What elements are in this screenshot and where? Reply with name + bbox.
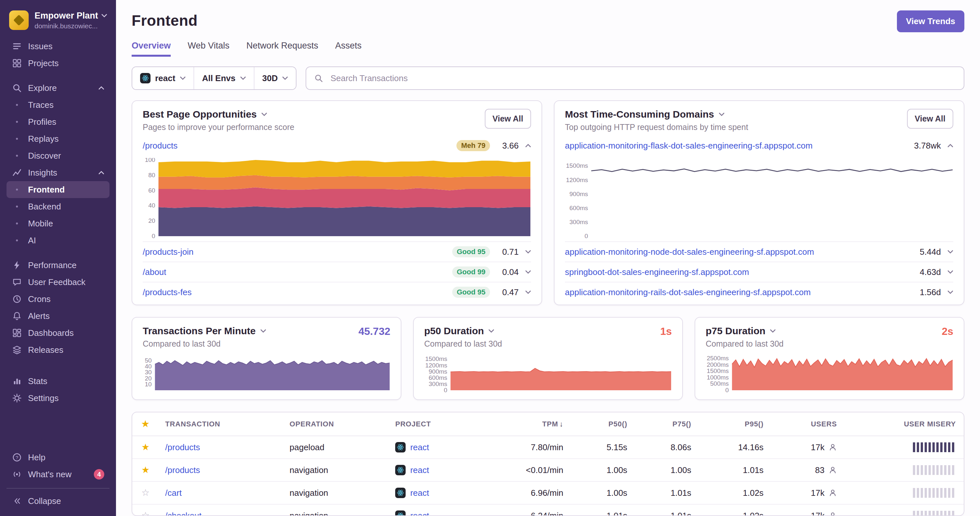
domain-row-expanded[interactable]: application-monitoring-flask-dot-sales-e… xyxy=(565,135,953,157)
transaction-link[interactable]: /cart xyxy=(165,488,182,498)
domain-row[interactable]: springboot-dot-sales-engineering-sf.apps… xyxy=(565,262,953,282)
date-range-filter[interactable]: 30D xyxy=(255,67,296,89)
chevron-down-icon[interactable] xyxy=(719,113,725,116)
sidebar-item-issues[interactable]: Issues xyxy=(6,38,110,55)
help-icon: ? xyxy=(12,452,22,463)
view-trends-button[interactable]: View Trends xyxy=(897,10,964,32)
sidebar-item-whats-new[interactable]: What's new 4 xyxy=(6,466,110,483)
project-link[interactable]: react xyxy=(410,511,429,516)
sidebar-item-user-feedback[interactable]: User Feedback xyxy=(6,274,110,291)
transaction-link[interactable]: /products xyxy=(165,465,200,475)
user-misery-bars xyxy=(913,442,956,452)
chevron-down-icon[interactable] xyxy=(525,270,531,274)
app-window: Empower Plant dominik.buszowiec... Issue… xyxy=(0,0,980,516)
sidebar-item-replays[interactable]: Replays xyxy=(6,130,110,147)
sidebar-item-settings[interactable]: Settings xyxy=(6,390,110,406)
project-link[interactable]: react xyxy=(410,442,429,452)
bullet-icon xyxy=(12,206,22,208)
project-link[interactable]: react xyxy=(410,465,429,475)
sidebar-item-stats[interactable]: Stats xyxy=(6,373,110,390)
org-logo xyxy=(9,10,29,30)
sidebar-section-insights[interactable]: Insights xyxy=(6,164,110,181)
env-filter[interactable]: All Envs xyxy=(194,67,255,89)
sidebar-item-crons[interactable]: Crons xyxy=(6,291,110,308)
domain-link[interactable]: application-monitoring-node-dot-sales-en… xyxy=(565,247,814,257)
tab-overview[interactable]: Overview xyxy=(132,41,171,57)
chevron-down-icon[interactable] xyxy=(260,329,266,333)
sidebar-item-label: Stats xyxy=(28,376,47,386)
page-link[interactable]: /products-fes xyxy=(143,287,192,297)
star-toggle[interactable] xyxy=(142,487,150,498)
sidebar-item-discover[interactable]: Discover xyxy=(6,147,110,164)
search-icon xyxy=(12,83,22,93)
panel-subtitle: Pages to improve your performance score xyxy=(143,122,294,132)
project-filter[interactable]: react xyxy=(132,67,194,89)
star-toggle[interactable] xyxy=(142,442,150,452)
sidebar-item-help[interactable]: ? Help xyxy=(6,449,110,466)
page-link[interactable]: /products xyxy=(143,141,178,151)
page-row[interactable]: /products-fes Good 95 0.47 xyxy=(143,282,531,302)
chevron-down-icon[interactable] xyxy=(488,329,494,333)
project-link[interactable]: react xyxy=(410,488,429,498)
chevron-up-icon[interactable] xyxy=(525,144,531,148)
star-toggle[interactable] xyxy=(142,510,150,516)
view-all-pages-button[interactable]: View All xyxy=(485,109,531,129)
chevron-down-icon[interactable] xyxy=(947,270,953,274)
page-link[interactable]: /about xyxy=(143,267,166,277)
svg-text:30: 30 xyxy=(145,369,151,376)
search-transactions-input[interactable] xyxy=(329,73,956,84)
page-row[interactable]: /products-join Good 95 0.71 xyxy=(143,241,531,262)
users-count: 17k xyxy=(811,488,825,498)
svg-text:300ms: 300ms xyxy=(570,219,588,225)
sidebar-item-profiles[interactable]: Profiles xyxy=(6,113,110,130)
sidebar-item-performance[interactable]: Performance xyxy=(6,257,110,274)
sidebar-item-traces[interactable]: Traces xyxy=(6,97,110,113)
chevron-down-icon[interactable] xyxy=(770,329,776,333)
time-consuming-domains-panel: Most Time-Consuming Domains Top outgoing… xyxy=(554,100,964,305)
page-row[interactable]: /about Good 99 0.04 xyxy=(143,262,531,282)
chevron-down-icon xyxy=(282,76,288,80)
tab-network-requests[interactable]: Network Requests xyxy=(246,41,318,57)
chevron-up-icon[interactable] xyxy=(947,144,953,148)
transaction-link[interactable]: /products xyxy=(165,442,200,452)
sidebar-section-explore[interactable]: Explore xyxy=(6,79,110,97)
sidebar-item-releases[interactable]: Releases xyxy=(6,341,110,358)
domain-time-value: 1.56d xyxy=(919,287,941,297)
domain-link[interactable]: springboot-dot-sales-engineering-sf.apps… xyxy=(565,267,749,277)
sidebar-collapse-button[interactable]: Collapse xyxy=(6,492,110,510)
sidebar-item-mobile[interactable]: Mobile xyxy=(6,215,110,232)
domain-row[interactable]: application-monitoring-rails-dot-sales-e… xyxy=(565,282,953,302)
view-all-domains-button[interactable]: View All xyxy=(907,109,953,129)
page-link[interactable]: /products-join xyxy=(143,247,194,257)
sidebar-item-label: Settings xyxy=(28,393,59,403)
sidebar-item-ai[interactable]: AI xyxy=(6,232,110,249)
chevron-down-icon[interactable] xyxy=(261,113,267,116)
svg-text:1000ms: 1000ms xyxy=(706,374,729,381)
panel-title: Most Time-Consuming Domains xyxy=(565,109,714,120)
star-toggle[interactable] xyxy=(142,465,150,475)
org-name: Empower Plant xyxy=(35,11,98,21)
sidebar-item-frontend[interactable]: Frontend xyxy=(6,181,110,198)
chevron-up-icon xyxy=(99,86,104,90)
chevron-down-icon[interactable] xyxy=(947,250,953,254)
col-tpm[interactable]: TPM↓ xyxy=(477,413,571,436)
transaction-link[interactable]: /checkout xyxy=(165,511,201,516)
tab-web-vitals[interactable]: Web Vitals xyxy=(188,41,229,57)
chevron-down-icon[interactable] xyxy=(947,290,953,294)
chevron-down-icon[interactable] xyxy=(525,250,531,254)
sidebar-item-label: Replays xyxy=(28,134,59,144)
sidebar-item-dashboards[interactable]: Dashboards xyxy=(6,324,110,341)
search-icon xyxy=(314,74,323,83)
sidebar-item-alerts[interactable]: Alerts xyxy=(6,308,110,324)
domain-row[interactable]: application-monitoring-node-dot-sales-en… xyxy=(565,241,953,262)
svg-text:20: 20 xyxy=(145,375,151,382)
tab-assets[interactable]: Assets xyxy=(335,41,362,57)
sidebar-item-backend[interactable]: Backend xyxy=(6,198,110,215)
page-row-expanded[interactable]: /products Meh 79 3.66 xyxy=(143,135,531,157)
chevron-down-icon[interactable] xyxy=(525,290,531,294)
org-switcher[interactable]: Empower Plant dominik.buszowiec... xyxy=(0,5,116,38)
operation-cell: navigation xyxy=(282,504,387,516)
sidebar-item-projects[interactable]: Projects xyxy=(6,55,110,71)
domain-link[interactable]: application-monitoring-flask-dot-sales-e… xyxy=(565,141,813,151)
domain-link[interactable]: application-monitoring-rails-dot-sales-e… xyxy=(565,287,811,297)
